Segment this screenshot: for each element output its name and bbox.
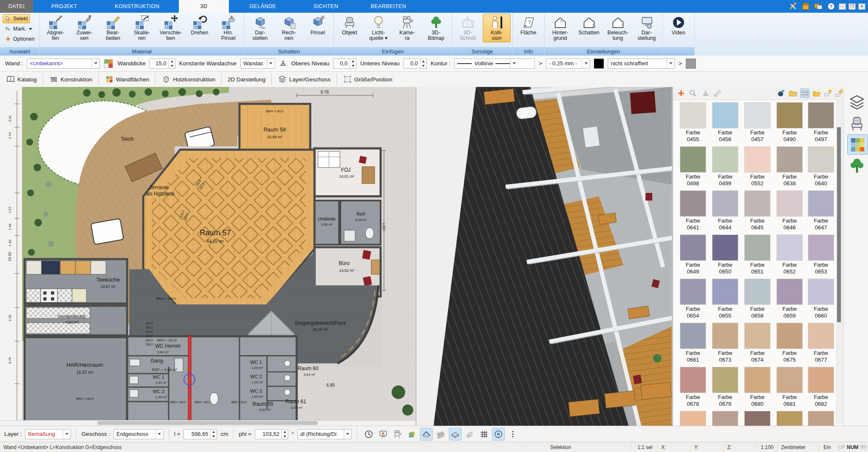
chevron-down-icon[interactable] bbox=[267, 59, 275, 68]
color-swatch-0678[interactable] bbox=[680, 367, 706, 393]
color-swatch-0654[interactable] bbox=[680, 279, 706, 305]
color-swatch-partial[interactable] bbox=[712, 411, 738, 426]
view-tab-layer-geschoss[interactable]: Layer/Geschoss bbox=[272, 72, 337, 87]
color-swatch-0638[interactable] bbox=[776, 146, 803, 173]
menu-tab-3d[interactable]: 3D bbox=[179, 0, 229, 13]
ribbon-button-darstellung[interactable]: Dar- stellung bbox=[633, 14, 661, 42]
color-swatch-0646[interactable] bbox=[776, 190, 803, 217]
wandachse-combo[interactable]: Wandac bbox=[240, 59, 275, 69]
color-swatch-0682[interactable] bbox=[808, 367, 834, 393]
palette-scrollbar[interactable] bbox=[836, 100, 843, 424]
color-swatch-0498[interactable] bbox=[680, 146, 706, 173]
import-icon[interactable] bbox=[834, 89, 843, 98]
ribbon-button-hintergrund[interactable]: Hinter- grund bbox=[546, 14, 574, 42]
color-swatch-0674[interactable] bbox=[744, 323, 771, 349]
ribbon-button-kamera[interactable]: Kame- ra bbox=[393, 14, 421, 42]
line-color-swatch[interactable] bbox=[594, 59, 604, 69]
ribbon-button-fläche[interactable]: ?Fläche bbox=[515, 14, 542, 37]
stamp-icon[interactable] bbox=[701, 89, 710, 98]
ribbon-button-bearbeiten[interactable]: Bear- beiten bbox=[99, 14, 127, 42]
length-spinner[interactable]: 598,65 bbox=[184, 429, 217, 439]
project-icon[interactable] bbox=[801, 1, 811, 11]
record-button[interactable] bbox=[391, 428, 404, 441]
ribbon-button-abgreifen[interactable]: Abgrei- fen bbox=[42, 14, 70, 42]
ribbon-button-hinpinsel[interactable]: Hin. Pinsel bbox=[214, 14, 242, 42]
color-swatch-partial[interactable] bbox=[744, 411, 771, 426]
ribbon-button-beleuchtung[interactable]: Beleuch- tung bbox=[604, 14, 632, 42]
view-tab-holzkonstruktion[interactable]: Holzkonstruktion bbox=[156, 72, 221, 87]
plants-icon[interactable] bbox=[847, 156, 867, 176]
color-swatch-0677[interactable] bbox=[808, 323, 834, 349]
color-swatch-0659[interactable] bbox=[776, 279, 803, 305]
colors-icon[interactable] bbox=[847, 134, 868, 155]
color-swatch-0673[interactable] bbox=[712, 323, 738, 349]
ribbon-button-skalieren[interactable]: Skalie- ren bbox=[128, 14, 156, 42]
color-swatch-0653[interactable] bbox=[808, 234, 834, 261]
layers-icon[interactable] bbox=[847, 93, 867, 112]
color-swatch-0660[interactable] bbox=[808, 279, 834, 305]
minimize-button[interactable]: – bbox=[839, 3, 846, 10]
ribbon-button-zuweisen[interactable]: Zuwei- sen bbox=[70, 14, 98, 42]
menu-tab-datei[interactable]: DATEI bbox=[0, 0, 33, 13]
ribbon-button-3dbitmap[interactable]: 3D- Bitmap bbox=[422, 14, 450, 42]
ceiling-button[interactable] bbox=[449, 428, 462, 441]
ribbon-button-drehen[interactable]: Drehen bbox=[186, 14, 214, 37]
time-button[interactable] bbox=[362, 428, 375, 441]
chevron-down-icon[interactable] bbox=[510, 59, 517, 68]
menu-tab-bearbeiten[interactable]: BEARBEITEN bbox=[355, 0, 422, 13]
wand-type-combo[interactable]: <Unbekannt> bbox=[27, 59, 100, 69]
roof-button[interactable] bbox=[420, 428, 433, 441]
color-swatch-0456[interactable] bbox=[712, 102, 738, 128]
handle-button[interactable] bbox=[506, 428, 519, 441]
grid-button[interactable] bbox=[478, 428, 490, 441]
color-swatch-0647[interactable] bbox=[808, 190, 834, 217]
menu-tab-sichten[interactable]: SICHTEN bbox=[297, 0, 355, 13]
scrollbar-thumb[interactable] bbox=[837, 127, 841, 322]
ribbon-button-mark[interactable]: Mark. bbox=[3, 24, 34, 33]
ribbon-button-video[interactable]: Video bbox=[665, 14, 693, 37]
color-swatch-0552[interactable] bbox=[744, 146, 771, 173]
hatch-combo[interactable]: nicht schraffiert bbox=[608, 59, 675, 69]
ribbon-button-pinsel[interactable]: Pinsel bbox=[304, 14, 332, 37]
color-swatch-partial[interactable] bbox=[776, 411, 803, 426]
maximize-button[interactable]: ❐ bbox=[849, 3, 856, 10]
color-swatch-0497[interactable] bbox=[808, 102, 834, 128]
color-swatch-0675[interactable] bbox=[776, 323, 803, 349]
folder-open-icon[interactable] bbox=[812, 89, 821, 98]
view-tab-katalog[interactable]: Katalog bbox=[0, 72, 43, 87]
color-swatch-0640[interactable] bbox=[808, 146, 834, 173]
ribbon-button-optionen[interactable]: Optionen bbox=[3, 34, 37, 44]
geschoss-combo[interactable]: Erdgeschoss bbox=[114, 429, 164, 439]
color-swatch-0490[interactable] bbox=[776, 102, 803, 128]
oberes-niveau-spinner[interactable]: 0,0 bbox=[333, 59, 356, 69]
color-swatch-0455[interactable] bbox=[680, 102, 706, 128]
color-swatch-0499[interactable] bbox=[712, 146, 738, 173]
color-swatch-0641[interactable] bbox=[680, 190, 706, 217]
color-swatch-0644[interactable] bbox=[712, 190, 738, 217]
chevron-down-icon[interactable] bbox=[63, 430, 70, 439]
ribbon-button-3dschnitt[interactable]: 3D- Schnitt bbox=[454, 14, 482, 42]
timber-button[interactable] bbox=[434, 428, 447, 441]
color-swatch-0655[interactable] bbox=[712, 279, 738, 305]
render-button[interactable] bbox=[377, 428, 389, 441]
color-swatch-0457[interactable] bbox=[744, 102, 771, 128]
chevron-down-icon[interactable] bbox=[667, 59, 674, 68]
ribbon-button-objekt[interactable]: Objekt bbox=[336, 14, 364, 37]
phi-spinner[interactable]: 103,52 bbox=[255, 429, 288, 439]
color-swatch-0645[interactable] bbox=[744, 190, 771, 217]
layer-combo[interactable]: Bemaßung bbox=[25, 429, 71, 439]
color-swatch-0680[interactable] bbox=[744, 367, 771, 393]
color-swatch-0652[interactable] bbox=[776, 234, 803, 261]
ribbon-button-kollision[interactable]: Kolli- sion bbox=[483, 14, 511, 42]
floorplan-2d-viewport[interactable]: TeichBRH = 80.0Raum 5815,94 m²9.76FÖJ14,… bbox=[0, 87, 417, 426]
view-tab-gr-e-position[interactable]: Größe/Position bbox=[337, 72, 398, 87]
ribbon-button-rechnen[interactable]: Rech- nen bbox=[275, 14, 303, 42]
north-button[interactable]: N bbox=[492, 428, 505, 441]
help-icon[interactable]: ? bbox=[826, 1, 836, 11]
view-tab-wandfl-chen[interactable]: Wandflächen bbox=[99, 72, 155, 87]
add-icon[interactable] bbox=[676, 89, 686, 98]
chevron-down-icon[interactable] bbox=[156, 430, 163, 439]
layer-cube-button[interactable] bbox=[406, 428, 418, 441]
color-swatch-0649[interactable] bbox=[680, 234, 706, 261]
menu-tab-projekt[interactable]: PROJEKT bbox=[33, 0, 95, 13]
